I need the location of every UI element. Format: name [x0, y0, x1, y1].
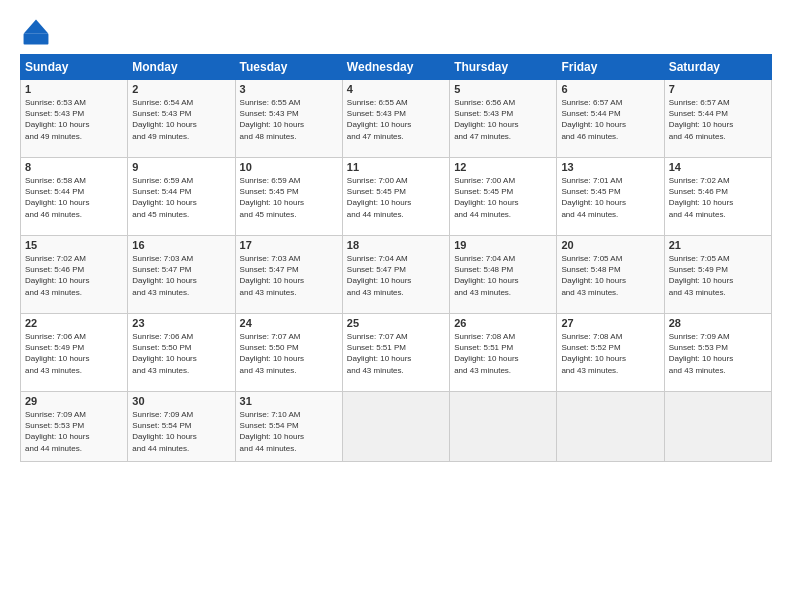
calendar-cell: 1 Sunrise: 6:53 AMSunset: 5:43 PMDayligh… — [21, 80, 128, 158]
calendar-cell: 26 Sunrise: 7:08 AMSunset: 5:51 PMDaylig… — [450, 314, 557, 392]
calendar-cell: 20 Sunrise: 7:05 AMSunset: 5:48 PMDaylig… — [557, 236, 664, 314]
day-number: 9 — [132, 161, 230, 173]
calendar-cell: 2 Sunrise: 6:54 AMSunset: 5:43 PMDayligh… — [128, 80, 235, 158]
day-number: 29 — [25, 395, 123, 407]
calendar-cell — [342, 392, 449, 462]
day-detail: Sunrise: 7:03 AMSunset: 5:47 PMDaylight:… — [240, 254, 304, 297]
day-number: 4 — [347, 83, 445, 95]
week-row-5: 29 Sunrise: 7:09 AMSunset: 5:53 PMDaylig… — [21, 392, 772, 462]
day-number: 24 — [240, 317, 338, 329]
day-detail: Sunrise: 7:08 AMSunset: 5:51 PMDaylight:… — [454, 332, 518, 375]
calendar-table: SundayMondayTuesdayWednesdayThursdayFrid… — [20, 54, 772, 462]
day-detail: Sunrise: 6:56 AMSunset: 5:43 PMDaylight:… — [454, 98, 518, 141]
calendar-cell — [664, 392, 771, 462]
calendar-page: SundayMondayTuesdayWednesdayThursdayFrid… — [0, 0, 792, 612]
day-detail: Sunrise: 7:10 AMSunset: 5:54 PMDaylight:… — [240, 410, 304, 453]
calendar-cell — [450, 392, 557, 462]
calendar-cell: 7 Sunrise: 6:57 AMSunset: 5:44 PMDayligh… — [664, 80, 771, 158]
calendar-cell: 22 Sunrise: 7:06 AMSunset: 5:49 PMDaylig… — [21, 314, 128, 392]
weekday-header-tuesday: Tuesday — [235, 55, 342, 80]
weekday-header-saturday: Saturday — [664, 55, 771, 80]
calendar-cell: 16 Sunrise: 7:03 AMSunset: 5:47 PMDaylig… — [128, 236, 235, 314]
day-detail: Sunrise: 6:53 AMSunset: 5:43 PMDaylight:… — [25, 98, 89, 141]
day-number: 27 — [561, 317, 659, 329]
svg-rect-2 — [24, 34, 49, 45]
day-number: 10 — [240, 161, 338, 173]
day-detail: Sunrise: 7:07 AMSunset: 5:51 PMDaylight:… — [347, 332, 411, 375]
weekday-header-sunday: Sunday — [21, 55, 128, 80]
day-detail: Sunrise: 7:05 AMSunset: 5:49 PMDaylight:… — [669, 254, 733, 297]
day-detail: Sunrise: 7:03 AMSunset: 5:47 PMDaylight:… — [132, 254, 196, 297]
day-number: 18 — [347, 239, 445, 251]
calendar-cell: 17 Sunrise: 7:03 AMSunset: 5:47 PMDaylig… — [235, 236, 342, 314]
calendar-cell: 12 Sunrise: 7:00 AMSunset: 5:45 PMDaylig… — [450, 158, 557, 236]
day-number: 13 — [561, 161, 659, 173]
calendar-cell: 14 Sunrise: 7:02 AMSunset: 5:46 PMDaylig… — [664, 158, 771, 236]
calendar-cell: 23 Sunrise: 7:06 AMSunset: 5:50 PMDaylig… — [128, 314, 235, 392]
day-number: 22 — [25, 317, 123, 329]
day-number: 11 — [347, 161, 445, 173]
day-number: 12 — [454, 161, 552, 173]
day-detail: Sunrise: 7:07 AMSunset: 5:50 PMDaylight:… — [240, 332, 304, 375]
day-number: 16 — [132, 239, 230, 251]
calendar-cell: 27 Sunrise: 7:08 AMSunset: 5:52 PMDaylig… — [557, 314, 664, 392]
day-detail: Sunrise: 6:55 AMSunset: 5:43 PMDaylight:… — [347, 98, 411, 141]
weekday-header-thursday: Thursday — [450, 55, 557, 80]
day-number: 28 — [669, 317, 767, 329]
day-detail: Sunrise: 7:01 AMSunset: 5:45 PMDaylight:… — [561, 176, 625, 219]
day-number: 6 — [561, 83, 659, 95]
calendar-cell: 11 Sunrise: 7:00 AMSunset: 5:45 PMDaylig… — [342, 158, 449, 236]
day-number: 30 — [132, 395, 230, 407]
day-number: 3 — [240, 83, 338, 95]
day-detail: Sunrise: 7:02 AMSunset: 5:46 PMDaylight:… — [669, 176, 733, 219]
day-detail: Sunrise: 7:02 AMSunset: 5:46 PMDaylight:… — [25, 254, 89, 297]
day-number: 7 — [669, 83, 767, 95]
day-number: 19 — [454, 239, 552, 251]
weekday-header-friday: Friday — [557, 55, 664, 80]
weekday-header-monday: Monday — [128, 55, 235, 80]
calendar-cell: 31 Sunrise: 7:10 AMSunset: 5:54 PMDaylig… — [235, 392, 342, 462]
day-number: 26 — [454, 317, 552, 329]
day-number: 5 — [454, 83, 552, 95]
day-detail: Sunrise: 7:06 AMSunset: 5:49 PMDaylight:… — [25, 332, 89, 375]
day-number: 17 — [240, 239, 338, 251]
day-number: 25 — [347, 317, 445, 329]
calendar-cell — [557, 392, 664, 462]
week-row-3: 15 Sunrise: 7:02 AMSunset: 5:46 PMDaylig… — [21, 236, 772, 314]
calendar-cell: 28 Sunrise: 7:09 AMSunset: 5:53 PMDaylig… — [664, 314, 771, 392]
calendar-cell: 25 Sunrise: 7:07 AMSunset: 5:51 PMDaylig… — [342, 314, 449, 392]
logo-icon — [20, 16, 52, 48]
day-detail: Sunrise: 7:04 AMSunset: 5:48 PMDaylight:… — [454, 254, 518, 297]
day-detail: Sunrise: 7:09 AMSunset: 5:53 PMDaylight:… — [25, 410, 89, 453]
calendar-cell: 3 Sunrise: 6:55 AMSunset: 5:43 PMDayligh… — [235, 80, 342, 158]
day-number: 15 — [25, 239, 123, 251]
calendar-cell: 19 Sunrise: 7:04 AMSunset: 5:48 PMDaylig… — [450, 236, 557, 314]
page-header — [20, 16, 772, 48]
day-detail: Sunrise: 7:06 AMSunset: 5:50 PMDaylight:… — [132, 332, 196, 375]
logo — [20, 16, 56, 48]
calendar-cell: 9 Sunrise: 6:59 AMSunset: 5:44 PMDayligh… — [128, 158, 235, 236]
calendar-cell: 18 Sunrise: 7:04 AMSunset: 5:47 PMDaylig… — [342, 236, 449, 314]
day-detail: Sunrise: 7:00 AMSunset: 5:45 PMDaylight:… — [454, 176, 518, 219]
day-detail: Sunrise: 7:05 AMSunset: 5:48 PMDaylight:… — [561, 254, 625, 297]
day-number: 2 — [132, 83, 230, 95]
day-detail: Sunrise: 6:57 AMSunset: 5:44 PMDaylight:… — [561, 98, 625, 141]
day-number: 31 — [240, 395, 338, 407]
day-detail: Sunrise: 7:09 AMSunset: 5:53 PMDaylight:… — [669, 332, 733, 375]
day-detail: Sunrise: 7:08 AMSunset: 5:52 PMDaylight:… — [561, 332, 625, 375]
calendar-cell: 15 Sunrise: 7:02 AMSunset: 5:46 PMDaylig… — [21, 236, 128, 314]
calendar-cell: 8 Sunrise: 6:58 AMSunset: 5:44 PMDayligh… — [21, 158, 128, 236]
calendar-cell: 4 Sunrise: 6:55 AMSunset: 5:43 PMDayligh… — [342, 80, 449, 158]
calendar-cell: 5 Sunrise: 6:56 AMSunset: 5:43 PMDayligh… — [450, 80, 557, 158]
day-number: 21 — [669, 239, 767, 251]
weekday-header-wednesday: Wednesday — [342, 55, 449, 80]
calendar-header: SundayMondayTuesdayWednesdayThursdayFrid… — [21, 55, 772, 80]
day-detail: Sunrise: 6:59 AMSunset: 5:44 PMDaylight:… — [132, 176, 196, 219]
calendar-cell: 24 Sunrise: 7:07 AMSunset: 5:50 PMDaylig… — [235, 314, 342, 392]
day-detail: Sunrise: 6:55 AMSunset: 5:43 PMDaylight:… — [240, 98, 304, 141]
day-detail: Sunrise: 7:09 AMSunset: 5:54 PMDaylight:… — [132, 410, 196, 453]
calendar-body: 1 Sunrise: 6:53 AMSunset: 5:43 PMDayligh… — [21, 80, 772, 462]
day-detail: Sunrise: 7:04 AMSunset: 5:47 PMDaylight:… — [347, 254, 411, 297]
day-detail: Sunrise: 6:58 AMSunset: 5:44 PMDaylight:… — [25, 176, 89, 219]
day-number: 8 — [25, 161, 123, 173]
